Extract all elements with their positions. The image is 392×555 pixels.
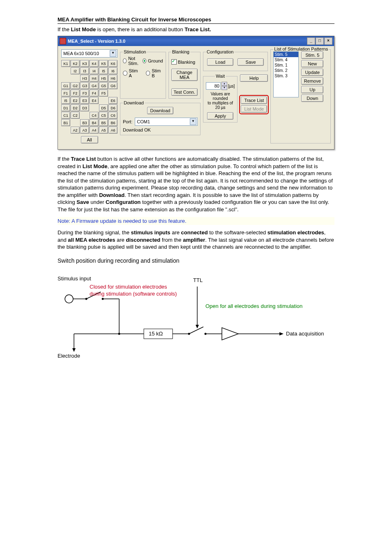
- port-select[interactable]: COM1 ▼: [135, 118, 198, 126]
- legend: Download: [123, 100, 145, 105]
- electrode-I2[interactable]: I2: [71, 67, 80, 74]
- t: is open, there is an additional button: [96, 26, 184, 32]
- pattern-name-button[interactable]: Stim. 5: [301, 51, 323, 59]
- electrode-B1[interactable]: B1: [61, 119, 70, 126]
- down-button[interactable]: Down: [301, 95, 323, 102]
- electrode-C6[interactable]: C6: [108, 112, 118, 119]
- electrode-F3[interactable]: F3: [80, 90, 89, 97]
- remove-button[interactable]: Remove: [301, 77, 323, 85]
- electrode-K1[interactable]: K1: [61, 60, 70, 67]
- pattern-item[interactable]: Stim. 3: [274, 73, 298, 79]
- test-conn-button[interactable]: Test Conn.: [171, 88, 198, 96]
- help-button[interactable]: Help: [240, 74, 268, 82]
- new-button[interactable]: New: [301, 60, 323, 67]
- resistor-label: 15 kΩ: [149, 331, 163, 337]
- stimulation-group: Stimulation Not Stim. Ground Stim A Stim…: [120, 49, 166, 99]
- pattern-item[interactable]: Stim. 1: [274, 62, 298, 68]
- ground-radio[interactable]: [143, 58, 146, 63]
- not-stim-radio[interactable]: [123, 58, 127, 63]
- electrode-C5[interactable]: C5: [99, 112, 108, 119]
- minimize-button[interactable]: _: [307, 37, 315, 45]
- electrode-B4[interactable]: B4: [90, 119, 99, 126]
- maximize-button[interactable]: □: [316, 37, 324, 45]
- electrode-label: Electrode: [58, 353, 80, 359]
- save-button[interactable]: Save: [238, 58, 264, 66]
- change-mea-button[interactable]: Change MEA: [171, 69, 198, 81]
- list-mode-button[interactable]: List Mode: [241, 105, 267, 113]
- electrode-F5[interactable]: F5: [99, 90, 108, 97]
- electrode-B3[interactable]: B3: [80, 119, 89, 126]
- electrode-D3[interactable]: D3: [80, 104, 89, 111]
- electrode-K3[interactable]: K3: [80, 60, 89, 67]
- electrode-A4[interactable]: A4: [90, 127, 99, 134]
- electrode-I3[interactable]: I3: [80, 67, 89, 74]
- electrode-H4[interactable]: H4: [90, 75, 99, 82]
- electrode-D6[interactable]: D6: [108, 104, 118, 111]
- electrode-G5[interactable]: G5: [99, 82, 108, 89]
- electrode-F2[interactable]: F2: [71, 90, 80, 97]
- svg-point-3: [85, 298, 88, 300]
- electrode-G3[interactable]: G3: [80, 82, 89, 89]
- stim-b-radio[interactable]: [146, 71, 150, 76]
- electrode-C2[interactable]: C2: [71, 112, 80, 119]
- firmware-note: Note: A Firmware update is needed to use…: [58, 217, 334, 225]
- diagram-title: Switch position during recording and sti…: [58, 257, 334, 264]
- wait-spinner[interactable]: ▲▼: [221, 82, 227, 90]
- electrode-H6[interactable]: H6: [108, 75, 118, 82]
- t: If the: [58, 26, 71, 32]
- electrode-A3[interactable]: A3: [80, 127, 89, 134]
- label: Stim B: [152, 68, 163, 78]
- electrode-F4[interactable]: F4: [90, 90, 99, 97]
- load-button[interactable]: Load: [207, 58, 233, 66]
- update-button[interactable]: Update: [301, 69, 323, 76]
- electrode-D1[interactable]: D1: [61, 104, 70, 111]
- pattern-item[interactable]: Stim. 4: [274, 57, 298, 62]
- electrode-K2[interactable]: K2: [71, 60, 80, 67]
- wait-value[interactable]: 80: [206, 82, 221, 90]
- close-button[interactable]: ×: [324, 37, 332, 45]
- label: Stim A: [129, 68, 140, 78]
- electrode-I5[interactable]: I5: [99, 67, 108, 74]
- electrode-H3[interactable]: H3: [80, 75, 89, 82]
- trace-list-button[interactable]: Trace List: [241, 97, 267, 104]
- electrode-G2[interactable]: G2: [71, 82, 80, 89]
- patterns-list[interactable]: Stim. 5Stim. 4Stim. 1Stim. 2Stim. 3: [273, 51, 299, 97]
- pattern-item[interactable]: Stim. 5: [274, 52, 298, 57]
- electrode-H5[interactable]: H5: [99, 75, 108, 82]
- electrode-D5[interactable]: D5: [99, 104, 108, 111]
- electrode-A5[interactable]: A5: [99, 127, 108, 134]
- electrode-C4[interactable]: C4: [90, 112, 99, 119]
- electrode-B6[interactable]: B6: [108, 119, 118, 126]
- electrode-F1[interactable]: F1: [61, 90, 70, 97]
- pattern-item[interactable]: Stim. 2: [274, 68, 298, 73]
- stim-a-radio[interactable]: [123, 71, 127, 76]
- electrode-K4[interactable]: K4: [90, 60, 99, 67]
- chevron-down-icon[interactable]: ▼: [110, 50, 116, 57]
- electrode-E3[interactable]: E3: [80, 97, 89, 104]
- all-button[interactable]: All: [81, 136, 98, 143]
- electrode-I5[interactable]: I5: [61, 97, 70, 104]
- electrode-E2[interactable]: E2: [71, 97, 80, 104]
- electrode-D2[interactable]: D2: [71, 104, 80, 111]
- electrode-E4[interactable]: E4: [90, 97, 99, 104]
- electrode-K5[interactable]: K5: [99, 60, 108, 67]
- up-button[interactable]: Up: [301, 86, 323, 93]
- chevron-down-icon[interactable]: ▼: [190, 118, 196, 125]
- electrode-I4[interactable]: I4: [90, 67, 99, 74]
- electrode-K6[interactable]: K6: [108, 60, 118, 67]
- download-button[interactable]: Download: [147, 107, 173, 114]
- paragraph-2: During the blanking signal, the stimulus…: [58, 229, 334, 251]
- titlebar[interactable]: MEA_Select - Version 1.3.0 _ □ ×: [58, 36, 334, 46]
- device-select[interactable]: MEA 6x10 500/10 ▼: [61, 49, 118, 58]
- electrode-B5[interactable]: B5: [99, 119, 108, 126]
- electrode-G1[interactable]: G1: [61, 82, 70, 89]
- electrode-E6[interactable]: E6: [108, 97, 118, 104]
- electrode-A6[interactable]: A6: [108, 127, 118, 134]
- electrode-G6[interactable]: G6: [108, 82, 118, 89]
- electrode-G4[interactable]: G4: [90, 82, 99, 89]
- electrode-I6[interactable]: I6: [108, 67, 118, 74]
- apply-button[interactable]: Apply: [207, 112, 233, 120]
- electrode-A2[interactable]: A2: [71, 127, 80, 134]
- blanking-checkbox[interactable]: [171, 59, 177, 65]
- electrode-C1[interactable]: C1: [61, 112, 70, 119]
